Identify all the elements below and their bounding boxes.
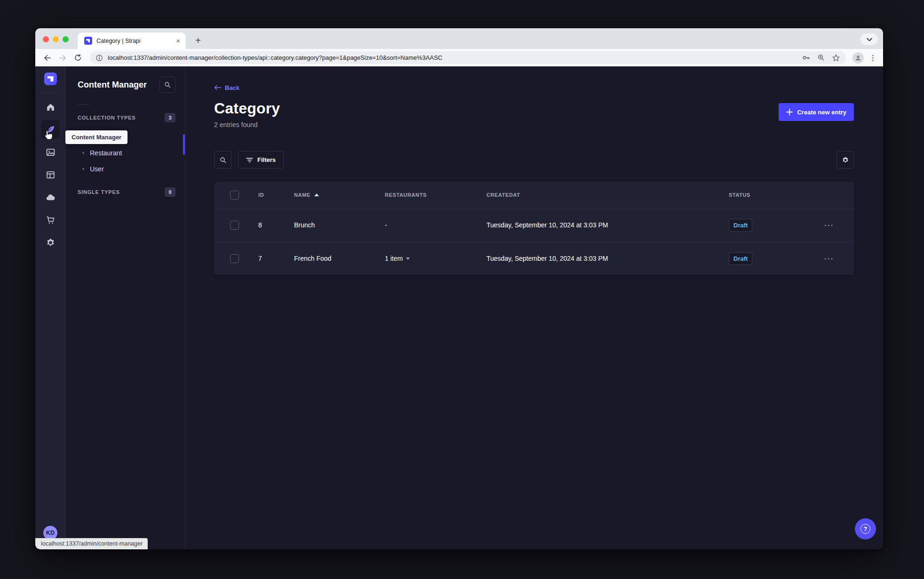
browser-menu-icon[interactable]: ⋮ [868,54,878,62]
filters-button[interactable]: Filters [238,151,284,169]
table-settings-button[interactable] [836,151,854,169]
cell-id: 8 [258,221,294,229]
question-mark-icon: ? [860,524,870,534]
column-header-restaurants[interactable]: RESTAURANTS [385,192,486,198]
cell-createdat: Tuesday, September 10, 2024 at 3:03 PM [486,255,729,262]
subnav-item-label: Restaurant [90,149,122,157]
strapi-admin-page: KD Content Manager COLLECTION TYPES 3 Ca… [35,66,883,549]
subnav-item-user[interactable]: User [66,161,185,177]
page-info-icon[interactable] [96,54,103,62]
filter-icon [246,157,253,163]
url-text[interactable]: localhost:1337/admin/content-manager/col… [108,54,797,61]
nav-marketplace-cart-icon[interactable] [41,210,60,229]
browser-tab-strip: Category | Strapi × + [35,28,883,49]
back-link[interactable]: Back [214,84,239,91]
column-header-id[interactable]: ID [258,192,294,198]
plus-icon [786,109,793,115]
nav-media-library-icon[interactable] [41,143,60,161]
cell-createdat: Tuesday, September 10, 2024 at 3:03 PM [486,221,729,229]
tab-title: Category | Strapi [96,38,171,44]
cell-restaurants: - [385,221,486,229]
sort-ascending-icon [314,193,319,196]
browser-window: Category | Strapi × + localhost:1337/adm… [35,28,883,549]
browser-toolbar: localhost:1337/admin/content-manager/col… [35,49,883,66]
subnav-item-restaurant[interactable]: Restaurant [66,145,185,161]
help-button[interactable]: ? [855,518,876,539]
tab-search-chevron-icon[interactable] [860,33,878,45]
chevron-down-icon [406,257,410,260]
collection-types-count-badge: 3 [165,113,175,122]
bullet-icon [82,168,84,170]
table-row[interactable]: 8 Brunch - Tuesday, September 10, 2024 a… [214,208,854,241]
row-actions-menu[interactable]: ··· [819,255,854,263]
forward-nav-icon[interactable] [57,52,68,64]
subnav-title: Content Manager [78,80,147,90]
browser-tab-category[interactable]: Category | Strapi × [78,32,186,49]
nav-settings-gear-icon[interactable] [41,233,60,252]
strapi-favicon [84,37,92,45]
subnav-item-label: User [90,165,104,173]
column-header-status[interactable]: STATUS [729,192,819,198]
bookmark-star-icon[interactable] [832,54,840,62]
nav-content-type-builder-icon[interactable] [41,165,60,184]
subnav-divider [78,104,90,105]
arrow-left-icon [214,85,221,90]
entries-count: 2 entries found [214,121,280,129]
nav-content-manager-icon[interactable] [41,120,60,139]
column-header-createdat[interactable]: CREATEDAT [486,192,729,198]
browser-profile-avatar[interactable] [852,52,864,64]
subnav-scrollbar[interactable] [183,134,185,155]
cell-name: Brunch [294,221,385,229]
status-badge: Draft [729,252,752,265]
back-label: Back [225,84,239,91]
single-types-count-badge: 0 [165,187,175,197]
zoom-page-icon[interactable] [817,54,825,62]
nav-divider [41,92,60,93]
window-controls[interactable] [43,36,69,42]
minimize-window-button[interactable] [53,36,59,42]
mouse-cursor-hand [44,130,53,140]
entries-table: ID NAME RESTAURANTS CREATEDAT STATUS 8 B… [214,182,854,275]
cell-name: French Food [294,255,385,262]
link-status-tooltip: localhost:1337/admin/content-manager [35,538,148,549]
cell-id: 7 [258,255,294,262]
main-nav-rail: KD [35,66,66,549]
cell-restaurants[interactable]: 1 item [385,255,486,262]
row-checkbox[interactable] [230,254,239,263]
subnav-search-button[interactable] [159,77,175,93]
collection-types-label: COLLECTION TYPES [78,115,135,121]
bullet-icon [82,152,84,154]
select-all-checkbox[interactable] [230,191,239,200]
column-header-name[interactable]: NAME [294,192,385,198]
nav-deploy-cloud-icon[interactable] [41,188,60,207]
create-new-entry-button[interactable]: Create new entry [779,103,854,121]
row-checkbox[interactable] [230,221,239,230]
password-key-icon[interactable] [802,53,811,62]
back-nav-icon[interactable] [42,52,53,64]
strapi-logo[interactable] [44,72,57,85]
table-row[interactable]: 7 French Food 1 item Tuesday, September … [214,241,854,275]
page-title: Category [214,100,280,117]
single-types-section-header: SINGLE TYPES 0 [66,187,185,197]
single-types-label: SINGLE TYPES [78,189,120,195]
status-badge: Draft [729,219,752,232]
search-entries-button[interactable] [214,151,231,169]
url-bar[interactable]: localhost:1337/admin/content-manager/col… [90,51,846,64]
main-content: Back Category 2 entries found Create new… [185,66,883,549]
nav-tooltip: Content Manager [65,130,127,144]
filters-label: Filters [257,156,276,163]
table-header-row: ID NAME RESTAURANTS CREATEDAT STATUS [214,182,854,208]
row-actions-menu[interactable]: ··· [819,221,854,229]
reload-icon[interactable] [72,52,83,64]
search-icon [219,156,227,164]
new-tab-button[interactable]: + [192,35,204,46]
gear-icon [842,156,849,164]
tab-close-icon[interactable]: × [175,37,181,45]
fullscreen-window-button[interactable] [63,36,69,42]
nav-home-icon[interactable] [41,97,60,116]
create-button-label: Create new entry [797,109,846,116]
collection-types-section-header: COLLECTION TYPES 3 [66,113,185,122]
close-window-button[interactable] [43,36,49,42]
